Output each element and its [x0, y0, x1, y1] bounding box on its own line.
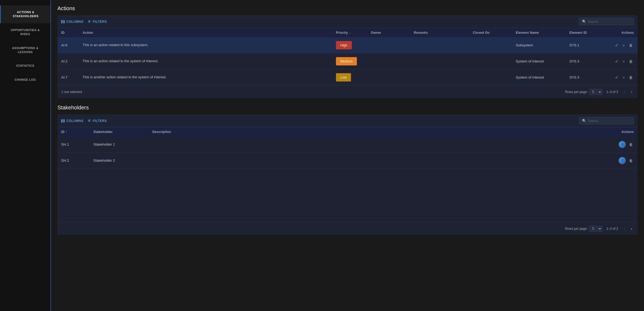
- row-action: This is another action related to the sy…: [83, 72, 336, 83]
- delete-button[interactable]: 🗑: [628, 43, 634, 48]
- priority-badge-high: High: [336, 41, 352, 49]
- next-page-button[interactable]: ›: [629, 89, 634, 95]
- col-remarks: Remarks: [414, 31, 473, 35]
- empty-space: [57, 169, 638, 222]
- actions-table-footer: 1 row selected Rows per page: 5 10 25 1–…: [57, 86, 638, 98]
- col-element-id: Element ID: [569, 31, 607, 35]
- table-row[interactable]: AI.7 This is another action related to t…: [57, 69, 638, 86]
- actions-search-input[interactable]: [588, 20, 631, 24]
- page-navigation: ‹ ›: [622, 226, 634, 232]
- row-actions: 👤 🗑: [607, 141, 634, 148]
- delete-button[interactable]: 🗑: [628, 59, 634, 64]
- row-actions: ✓ » 🗑: [607, 74, 634, 80]
- actions-columns-button[interactable]: COLUMNS: [61, 20, 83, 24]
- col-action: Action: [83, 31, 336, 35]
- stakeholders-search-input[interactable]: [588, 119, 631, 123]
- actions-table-container: COLUMNS ⚟ FILTERS 🔍 ID Action Priority ↓: [57, 15, 638, 98]
- row-priority: Medium: [336, 59, 371, 63]
- stakeholders-title: Stakeholders: [57, 105, 638, 111]
- navigate-button[interactable]: »: [622, 75, 626, 80]
- col-id: ID: [61, 31, 83, 35]
- col-id[interactable]: ID ↑: [61, 130, 93, 134]
- row-actions: ✓ » 🗑: [607, 42, 634, 48]
- filter-icon: ⚟: [88, 119, 91, 123]
- navigate-button[interactable]: »: [622, 59, 626, 64]
- row-actions: ✓ » 🗑: [607, 58, 634, 64]
- row-id: SH.1: [61, 142, 93, 146]
- stakeholder-avatar-button[interactable]: 👤: [619, 141, 626, 148]
- stakeholders-table-footer: Rows per page: 5 10 25 1–2 of 2 ‹ ›: [57, 222, 638, 235]
- row-stakeholder: Stakeholder 1: [93, 142, 152, 146]
- table-row[interactable]: AI.6 This is an action related to this s…: [57, 37, 638, 53]
- priority-badge-medium: Medium: [336, 57, 357, 65]
- rows-per-page-select[interactable]: 5 10 25: [589, 226, 602, 232]
- prev-page-button[interactable]: ‹: [622, 89, 627, 95]
- stakeholders-filters-button[interactable]: ⚟ FILTERS: [88, 119, 107, 123]
- table-row[interactable]: AI.2 This is an action related to the sy…: [57, 53, 638, 69]
- pagination: Rows per page: 5 10 25 1–2 of 2 ‹ ›: [565, 226, 634, 232]
- sort-down-icon: ↓: [349, 31, 350, 34]
- row-element-id: SYS.3: [569, 59, 607, 63]
- prev-page-button[interactable]: ‹: [622, 226, 627, 232]
- actions-title: Actions: [57, 5, 638, 12]
- complete-button[interactable]: ✓: [614, 74, 620, 80]
- col-owner: Owner: [371, 31, 414, 35]
- col-priority[interactable]: Priority ↓: [336, 31, 371, 35]
- selected-count: 1 row selected: [61, 90, 565, 94]
- stakeholder-avatar-button[interactable]: 👤: [619, 157, 626, 164]
- sidebar-item-opportunities-risks[interactable]: OPPORTUNITIES & RISKS: [0, 23, 50, 41]
- filter-icon: ⚟: [88, 20, 91, 24]
- col-description: Description: [152, 130, 607, 134]
- search-icon: 🔍: [582, 20, 586, 24]
- next-page-button[interactable]: ›: [629, 226, 634, 232]
- row-element-name: Subsystem: [516, 43, 569, 47]
- row-priority: Low: [336, 75, 371, 79]
- table-row[interactable]: SH.2 Stakeholder 2 👤 🗑: [57, 153, 638, 169]
- page-info: 1–3 of 3: [606, 90, 618, 94]
- stakeholders-table-container: COLUMNS ⚟ FILTERS 🔍 ID ↑ Stakeholder Des…: [57, 114, 638, 235]
- actions-table-header: ID Action Priority ↓ Owner Remarks Close…: [57, 28, 638, 37]
- delete-button[interactable]: 🗑: [628, 75, 634, 80]
- rows-per-page: Rows per page: 5 10 25: [565, 226, 602, 232]
- columns-icon: [61, 20, 65, 23]
- col-stakeholder: Stakeholder: [93, 130, 152, 134]
- rows-per-page: Rows per page: 5 10 25: [565, 89, 602, 95]
- row-id: SH.2: [61, 158, 93, 162]
- actions-filters-button[interactable]: ⚟ FILTERS: [88, 20, 107, 24]
- complete-button[interactable]: ✓: [614, 42, 620, 48]
- actions-toolbar: COLUMNS ⚟ FILTERS 🔍: [57, 15, 638, 28]
- row-id: AI.7: [61, 75, 83, 79]
- stakeholders-search-container: 🔍: [579, 117, 634, 124]
- delete-button[interactable]: 🗑: [628, 158, 634, 163]
- sort-up-icon: ↑: [66, 130, 67, 134]
- delete-button[interactable]: 🗑: [628, 142, 634, 147]
- sidebar: ACTIONS & STAKEHOLDERS OPPORTUNITIES & R…: [0, 0, 51, 311]
- navigate-button[interactable]: »: [622, 43, 626, 48]
- actions-search-container: 🔍: [579, 18, 634, 25]
- row-actions: 👤 🗑: [607, 157, 634, 164]
- stakeholders-columns-button[interactable]: COLUMNS: [61, 119, 83, 123]
- rows-per-page-select[interactable]: 5 10 25: [589, 89, 602, 95]
- sidebar-item-statistics[interactable]: STATISTICS: [0, 59, 50, 73]
- row-action: This is an action related to the system …: [83, 55, 336, 67]
- row-action: This is an action related to this subsys…: [83, 39, 336, 51]
- sidebar-item-change-log[interactable]: CHANGE LOG: [0, 73, 50, 87]
- col-element-name: Element Name: [516, 31, 569, 35]
- row-element-name: System of Interest: [516, 75, 569, 79]
- row-element-name: System of Interest: [516, 59, 569, 63]
- pagination: Rows per page: 5 10 25 1–3 of 3 ‹ ›: [565, 89, 634, 95]
- col-actions: Actions: [607, 130, 634, 134]
- row-stakeholder: Stakeholder 2: [93, 158, 152, 162]
- sidebar-item-actions-stakeholders[interactable]: ACTIONS & STAKEHOLDERS: [0, 5, 50, 23]
- sidebar-item-assumptions-lessons[interactable]: ASSUMPTIONS & LESSONS: [0, 41, 50, 59]
- page-navigation: ‹ ›: [622, 89, 634, 95]
- row-element-id: SYS.3: [569, 75, 607, 79]
- search-icon: 🔍: [582, 119, 586, 123]
- complete-button[interactable]: ✓: [614, 58, 620, 64]
- columns-icon: [61, 119, 65, 123]
- priority-badge-low: Low: [336, 73, 351, 82]
- row-element-id: SYS.1: [569, 43, 607, 47]
- stakeholders-table-header: ID ↑ Stakeholder Description Actions: [57, 127, 638, 136]
- table-row[interactable]: SH.1 Stakeholder 1 👤 🗑: [57, 136, 638, 153]
- main-content: Actions COLUMNS ⚟ FILTERS 🔍: [51, 0, 644, 311]
